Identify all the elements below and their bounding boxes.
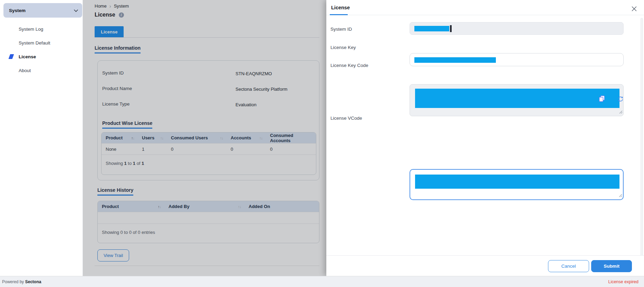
- status-bar: Powered by Sectona License expired: [0, 276, 644, 287]
- redacted-system-id-value: [414, 26, 449, 31]
- drawer-scrollbar[interactable]: [641, 18, 643, 273]
- sidebar-item-system-log[interactable]: System Log: [0, 22, 83, 36]
- resize-handle-icon[interactable]: [618, 192, 622, 199]
- drawer-label-license-vcode: License VCode: [330, 116, 362, 121]
- redacted-license-key-value: [414, 57, 496, 63]
- drawer-footer: Cancel Submit: [326, 255, 644, 276]
- license-drawer: License System ID License Key License Ke…: [326, 0, 644, 276]
- sidebar-item-label: About: [19, 68, 31, 73]
- app-window: System System Log System Default License…: [0, 0, 644, 287]
- license-key-code-textarea[interactable]: [410, 84, 624, 116]
- sidebar-item-system-default[interactable]: System Default: [0, 36, 83, 50]
- sidebar-item-license[interactable]: License: [0, 50, 83, 63]
- drawer-label-license-key-code: License Key Code: [330, 63, 368, 68]
- sidebar-item-label: System Default: [19, 40, 50, 46]
- submit-button[interactable]: Submit: [591, 260, 632, 272]
- sidebar-item-label: License: [19, 54, 36, 59]
- license-vcode-textarea[interactable]: [410, 169, 624, 200]
- close-icon[interactable]: [631, 6, 637, 12]
- sidebar-module-dropdown[interactable]: System: [3, 3, 82, 18]
- license-parallelogram-icon: [8, 54, 14, 59]
- brand-name: Sectona: [25, 279, 41, 284]
- chevron-down-icon: [74, 7, 78, 13]
- sidebar: System System Log System Default License…: [0, 0, 83, 276]
- drawer-title: License: [331, 5, 350, 10]
- drawer-title-underline: [330, 14, 348, 15]
- redacted-license-key-code-value: [415, 89, 619, 108]
- redacted-license-vcode-value: [415, 175, 619, 189]
- sidebar-item-label: System Log: [19, 27, 43, 32]
- system-id-input: [410, 22, 624, 35]
- sidebar-items: System Log System Default License About: [0, 22, 83, 77]
- copy-icon[interactable]: [598, 95, 606, 103]
- sidebar-module-label: System: [9, 8, 26, 13]
- sidebar-item-about[interactable]: About: [0, 63, 83, 77]
- powered-by-text: Powered by Sectona: [2, 279, 41, 284]
- drawer-label-system-id: System ID: [330, 27, 352, 32]
- license-expired-status: License expired: [608, 279, 638, 284]
- license-key-input[interactable]: [410, 53, 624, 66]
- drawer-header: License: [326, 0, 644, 15]
- refresh-icon[interactable]: [616, 95, 625, 103]
- drawer-label-license-key: License Key: [330, 45, 356, 50]
- text-cursor: [450, 25, 452, 32]
- cancel-button[interactable]: Cancel: [548, 260, 589, 272]
- resize-handle-icon[interactable]: [619, 109, 623, 115]
